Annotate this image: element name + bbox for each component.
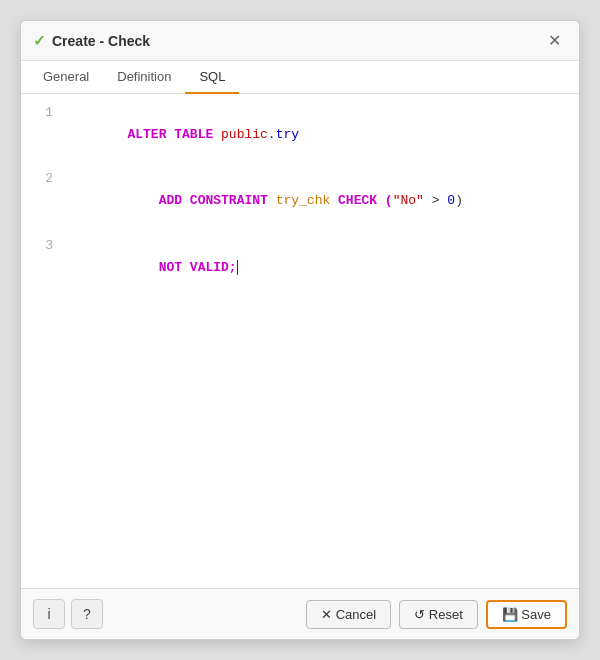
info-button[interactable]: i: [33, 599, 65, 629]
close-button[interactable]: ✕: [542, 29, 567, 52]
tab-bar: General Definition SQL: [21, 61, 579, 94]
line-number-3: 3: [29, 235, 53, 257]
dialog-header: ✓ Create - Check ✕: [21, 21, 579, 61]
footer-left: i ?: [33, 599, 103, 629]
dialog-title: ✓ Create - Check: [33, 32, 150, 50]
reset-button[interactable]: ↺ Reset: [399, 600, 478, 629]
tab-general[interactable]: General: [29, 61, 103, 94]
code-line-3: 3 NOT VALID;: [21, 235, 579, 301]
tab-sql[interactable]: SQL: [185, 61, 239, 94]
line-content-1: ALTER TABLE public.try: [65, 102, 299, 168]
help-button[interactable]: ?: [71, 599, 103, 629]
create-check-dialog: ✓ Create - Check ✕ General Definition SQ…: [20, 20, 580, 640]
sql-editor[interactable]: 1 ALTER TABLE public.try 2 ADD CONSTRAIN…: [21, 94, 579, 588]
line-number-1: 1: [29, 102, 53, 124]
cursor: [237, 260, 246, 275]
check-icon: ✓: [33, 32, 46, 50]
line-content-2: ADD CONSTRAINT try_chk CHECK ("No" > 0): [65, 168, 463, 234]
line-number-2: 2: [29, 168, 53, 190]
cancel-button[interactable]: ✕ Cancel: [306, 600, 391, 629]
line-content-3: NOT VALID;: [65, 235, 245, 301]
save-button[interactable]: 💾 Save: [486, 600, 567, 629]
dialog-footer: i ? ✕ Cancel ↺ Reset 💾 Save: [21, 588, 579, 639]
footer-right: ✕ Cancel ↺ Reset 💾 Save: [306, 600, 567, 629]
tab-definition[interactable]: Definition: [103, 61, 185, 94]
code-line-1: 1 ALTER TABLE public.try: [21, 102, 579, 168]
title-text: Create - Check: [52, 33, 150, 49]
code-line-2: 2 ADD CONSTRAINT try_chk CHECK ("No" > 0…: [21, 168, 579, 234]
